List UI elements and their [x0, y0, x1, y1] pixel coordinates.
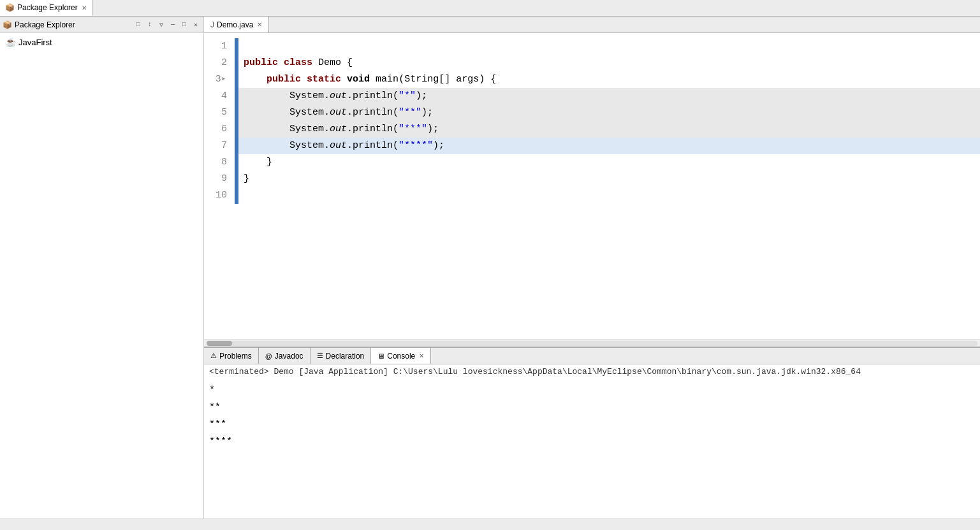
console-output-line-2: ** — [209, 399, 975, 416]
scrollbar-thumb[interactable] — [207, 341, 232, 346]
panel-header-title: Package Explorer — [15, 20, 75, 29]
code-line-9: } — [235, 171, 980, 187]
panel-content: ☕ JavaFirst — [0, 33, 203, 519]
code-line-5: System.out.println("**"); — [235, 104, 980, 121]
package-explorer-tab[interactable]: 📦 Package Explorer ✕ — [0, 0, 92, 16]
code-line-10 — [235, 187, 980, 204]
javadoc-icon: @ — [265, 352, 272, 360]
line-num-2: 2 — [204, 55, 235, 71]
line-numbers: 1 2 3➤ 4 5 6 7 8 9 10 — [204, 33, 235, 339]
line-num-8: 8 — [204, 154, 235, 171]
code-line-8: } — [235, 154, 980, 171]
project-icon: ☕ — [5, 37, 16, 47]
package-explorer-tab-label: Package Explorer — [17, 3, 78, 12]
declaration-icon: ☰ — [317, 352, 323, 360]
panel-header-icon: 📦 — [3, 20, 12, 29]
code-text-7: System.out.println("****"); — [238, 138, 450, 154]
console-content: <terminated> Demo [Java Application] C:\… — [204, 364, 980, 519]
line-num-3: 3➤ — [204, 71, 235, 88]
main-area: 📦 Package Explorer □ ↕ ▽ — □ ✕ ☕ JavaFir… — [0, 17, 980, 519]
editor-tab-bar: J Demo.java ✕ — [204, 17, 980, 33]
tab-declaration[interactable]: ☰ Declaration — [311, 348, 372, 364]
line-num-7: 7 — [204, 138, 235, 154]
javadoc-label: Javadoc — [275, 352, 304, 361]
code-line-3: public static void main(String[] args) { — [235, 71, 980, 88]
view-menu-btn[interactable]: ▽ — [156, 20, 166, 30]
line-num-1: 1 — [204, 38, 235, 55]
console-label: Console — [387, 352, 415, 361]
tab-console[interactable]: 🖥 Console ✕ — [371, 348, 431, 364]
panel-header-left: 📦 Package Explorer — [3, 20, 75, 29]
console-output-line-3: *** — [209, 416, 975, 433]
demo-java-tab[interactable]: J Demo.java ✕ — [204, 17, 269, 32]
console-terminated: <terminated> Demo [Java Application] C:\… — [209, 367, 975, 376]
scrollbar-track[interactable] — [207, 341, 977, 346]
code-text-1 — [238, 38, 254, 55]
bottom-panel: ⚠ Problems @ Javadoc ☰ Declaration 🖥 Con… — [204, 347, 980, 519]
status-bar — [0, 519, 980, 530]
maximize-btn[interactable]: □ — [179, 20, 189, 30]
line-num-4: 4 — [204, 88, 235, 104]
code-line-2: public class Demo { — [235, 55, 980, 71]
line-num-5: 5 — [204, 104, 235, 121]
problems-icon: ⚠ — [210, 352, 217, 360]
demo-java-tab-label: Demo.java — [217, 20, 253, 29]
code-line-6: System.out.println("***"); — [235, 121, 980, 138]
java-file-icon: J — [210, 20, 214, 29]
line-num-9: 9 — [204, 171, 235, 187]
close-panel-btn[interactable]: ✕ — [191, 20, 201, 30]
tab-problems[interactable]: ⚠ Problems — [204, 348, 259, 364]
code-line-4: System.out.println("*"); — [235, 88, 980, 104]
right-panel: J Demo.java ✕ 1 2 3➤ 4 5 6 7 — [204, 17, 980, 519]
code-text-9: } — [238, 171, 254, 187]
code-line-1 — [235, 38, 980, 55]
minimize-btn[interactable]: — — [168, 20, 178, 30]
console-icon: 🖥 — [377, 352, 384, 360]
code-text-10 — [238, 187, 254, 204]
top-tab-bar: 📦 Package Explorer ✕ — [0, 0, 980, 17]
problems-label: Problems — [219, 352, 252, 361]
console-output-line-4: **** — [209, 433, 975, 450]
console-output-line-1: * — [209, 382, 975, 399]
project-label: JavaFirst — [18, 38, 52, 47]
line-num-10: 10 — [204, 187, 235, 204]
line-num-6: 6 — [204, 121, 235, 138]
left-panel: 📦 Package Explorer □ ↕ ▽ — □ ✕ ☕ JavaFir… — [0, 17, 204, 519]
code-lines: public class Demo { public static void m… — [235, 33, 980, 339]
declaration-label: Declaration — [326, 352, 365, 361]
collapse-all-btn[interactable]: □ — [133, 20, 143, 30]
editor-area: J Demo.java ✕ 1 2 3➤ 4 5 6 7 — [204, 17, 980, 347]
code-text-8: } — [238, 154, 277, 171]
code-container: 1 2 3➤ 4 5 6 7 8 9 10 — [204, 33, 980, 339]
package-explorer-icon: 📦 — [5, 3, 15, 12]
code-text-2: public class Demo { — [238, 55, 358, 71]
code-text-4: System.out.println("*"); — [238, 88, 432, 104]
demo-java-tab-close[interactable]: ✕ — [257, 21, 262, 28]
link-editor-btn[interactable]: ↕ — [145, 20, 155, 30]
panel-header-actions: □ ↕ ▽ — □ ✕ — [133, 20, 201, 30]
code-text-5: System.out.println("**"); — [238, 104, 438, 121]
tab-javadoc[interactable]: @ Javadoc — [259, 348, 311, 364]
code-text-3: public static void main(String[] args) { — [238, 71, 501, 88]
panel-header: 📦 Package Explorer □ ↕ ▽ — □ ✕ — [0, 17, 203, 33]
editor-scrollbar[interactable] — [204, 339, 980, 347]
editor-content[interactable]: 1 2 3➤ 4 5 6 7 8 9 10 — [204, 33, 980, 339]
project-item[interactable]: ☕ JavaFirst — [0, 36, 203, 48]
package-explorer-tab-close[interactable]: ✕ — [82, 4, 87, 11]
bottom-tab-bar: ⚠ Problems @ Javadoc ☰ Declaration 🖥 Con… — [204, 348, 980, 364]
code-line-7: System.out.println("****"); — [235, 138, 980, 154]
console-tab-close[interactable]: ✕ — [419, 352, 424, 359]
code-text-6: System.out.println("***"); — [238, 121, 444, 138]
